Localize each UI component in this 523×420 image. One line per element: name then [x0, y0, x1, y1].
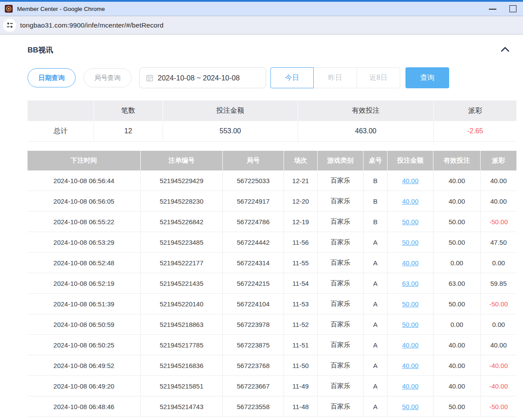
round-query-tab[interactable]: 局号查询: [83, 68, 132, 87]
table-row: 2024-10-08 06:56:05521945228230567224917…: [28, 191, 516, 212]
cell-game-type: 百家乐: [318, 273, 364, 294]
cell-bet-amount: 40.00: [388, 170, 433, 191]
cell-valid-bet: 40.00: [433, 376, 481, 396]
address-bar[interactable]: tongbao31.com:9900/infe/mcenter/#/betRec…: [0, 16, 523, 35]
cell-table-no: B: [364, 170, 388, 191]
cell-payout: 40.00: [481, 191, 516, 212]
bet-amount-link[interactable]: 63.00: [402, 280, 419, 287]
cell-game-type: 百家乐: [318, 253, 364, 273]
cell-bet-amount: 40.00: [388, 335, 433, 355]
cell-table-no: A: [364, 355, 388, 376]
url-text[interactable]: tongbao31.com:9900/infe/mcenter/#/betRec…: [20, 21, 163, 29]
cell-valid-bet: 50.00: [433, 396, 481, 417]
cell-payout: -50.00: [481, 212, 516, 232]
cell-session: 11-52: [284, 314, 318, 335]
cell-payout: -50.00: [481, 294, 516, 314]
table-row: 2024-10-08 06:56:44521945229429567225033…: [28, 170, 516, 191]
cell-game-type: 百家乐: [318, 335, 364, 355]
cell-valid-bet: 0.00: [433, 253, 481, 273]
cell-bet-amount: 50.00: [388, 232, 433, 253]
minimize-icon[interactable]: [483, 2, 503, 16]
cell-valid-bet: 50.00: [433, 294, 481, 314]
cell-round-id: 567224104: [223, 294, 284, 314]
calendar-icon: [146, 74, 153, 82]
cell-payout: -50.00: [481, 396, 516, 417]
table-row: 2024-10-08 06:49:20521945215851567223667…: [28, 376, 516, 396]
cell-table-no: A: [364, 396, 388, 417]
bet-table-body: 2024-10-08 06:56:44521945229429567225033…: [28, 170, 516, 417]
bet-amount-link[interactable]: 40.00: [402, 177, 419, 184]
table-row: 2024-10-08 06:50:25521945217785567223875…: [28, 335, 516, 355]
cell-table-no: B: [364, 212, 388, 232]
page-content: BB视讯 日期查询 局号查询: [0, 35, 523, 417]
cell-table-no: B: [364, 191, 388, 212]
bet-amount-link[interactable]: 40.00: [402, 259, 419, 267]
table-row: 2024-10-08 06:55:22521945226842567224786…: [28, 212, 516, 232]
page-title: BB视讯: [28, 45, 53, 55]
chevron-up-icon[interactable]: [500, 46, 510, 55]
bet-amount-link[interactable]: 40.00: [402, 341, 419, 349]
cell-table-no: A: [364, 335, 388, 355]
cell-bet-time: 2024-10-08 06:50:25: [28, 335, 141, 355]
cell-valid-bet: 0.00: [433, 314, 481, 335]
cell-payout: 40.00: [481, 170, 516, 191]
cell-bet-time: 2024-10-08 06:53:29: [28, 232, 141, 253]
cell-order-id: 521945223485: [141, 232, 223, 253]
cell-session: 12-21: [284, 170, 318, 191]
cell-valid-bet: 50.00: [433, 212, 481, 232]
maximize-icon[interactable]: [503, 2, 523, 16]
today-button[interactable]: 今日: [270, 67, 314, 88]
table-row: 2024-10-08 06:52:48521945222177567224314…: [28, 253, 516, 273]
cell-bet-amount: 40.00: [388, 355, 433, 376]
cell-bet-time: 2024-10-08 06:49:52: [28, 355, 141, 376]
cell-session: 12-20: [284, 191, 318, 212]
header-game-type: 游戏类别: [318, 151, 364, 170]
cell-bet-amount: 50.00: [388, 212, 433, 232]
date-query-tab[interactable]: 日期查询: [28, 68, 76, 87]
cell-session: 11-51: [284, 335, 318, 355]
cell-session: 11-56: [284, 232, 318, 253]
yesterday-button[interactable]: 昨日: [314, 67, 357, 88]
summary-table: 笔数 投注金额 有效投注 派彩 总计 12 553.00 463.00 -2.6…: [28, 101, 516, 142]
cell-payout: 0.00: [481, 314, 516, 335]
cell-payout: 40.00: [481, 335, 516, 355]
cell-valid-bet: 63.00: [433, 273, 481, 294]
bet-amount-link[interactable]: 50.00: [402, 403, 419, 410]
cell-valid-bet: 40.00: [433, 170, 481, 191]
cell-session: 11-53: [284, 294, 318, 314]
date-range-input[interactable]: 2024-10-08 ~ 2024-10-08: [139, 67, 266, 88]
cell-game-type: 百家乐: [318, 212, 364, 232]
cell-payout: -40.00: [481, 376, 516, 396]
bet-amount-link[interactable]: 50.00: [402, 218, 419, 226]
last-8-days-button[interactable]: 近8日: [357, 67, 400, 88]
header-payout: 派彩: [481, 151, 516, 170]
cell-bet-amount: 50.00: [388, 396, 433, 417]
summary-total-label: 总计: [28, 121, 94, 142]
bet-amount-link[interactable]: 40.00: [402, 362, 419, 369]
header-session: 场次: [284, 151, 318, 170]
cell-payout: -40.00: [481, 355, 516, 376]
cell-session: 11-49: [284, 376, 318, 396]
bet-amount-link[interactable]: 40.00: [402, 198, 419, 205]
site-settings-icon[interactable]: [3, 19, 16, 32]
summary-header-bet-amount: 投注金额: [163, 101, 298, 121]
header-table-no: 桌号: [364, 151, 388, 170]
bet-amount-link[interactable]: 40.00: [402, 382, 419, 390]
filter-toolbar: 日期查询 局号查询: [28, 67, 516, 88]
bet-amount-link[interactable]: 50.00: [402, 239, 419, 246]
cell-valid-bet: 40.00: [433, 355, 481, 376]
cell-round-id: 567223768: [223, 355, 284, 376]
cell-game-type: 百家乐: [318, 396, 364, 417]
cell-session: 11-50: [284, 355, 318, 376]
search-button[interactable]: 查询: [405, 67, 449, 88]
bet-amount-link[interactable]: 50.00: [402, 300, 419, 308]
cell-round-id: 567223558: [223, 396, 284, 417]
summary-total-payout: -2.65: [434, 121, 516, 142]
table-row: 2024-10-08 06:50:59521945218863567223978…: [28, 314, 516, 335]
cell-session: 11-55: [284, 253, 318, 273]
bet-amount-link[interactable]: 50.00: [402, 321, 419, 328]
casino-chip-favicon-icon: [5, 5, 13, 13]
cell-valid-bet: 40.00: [433, 191, 481, 212]
cell-game-type: 百家乐: [318, 355, 364, 376]
cell-game-type: 百家乐: [318, 314, 364, 335]
